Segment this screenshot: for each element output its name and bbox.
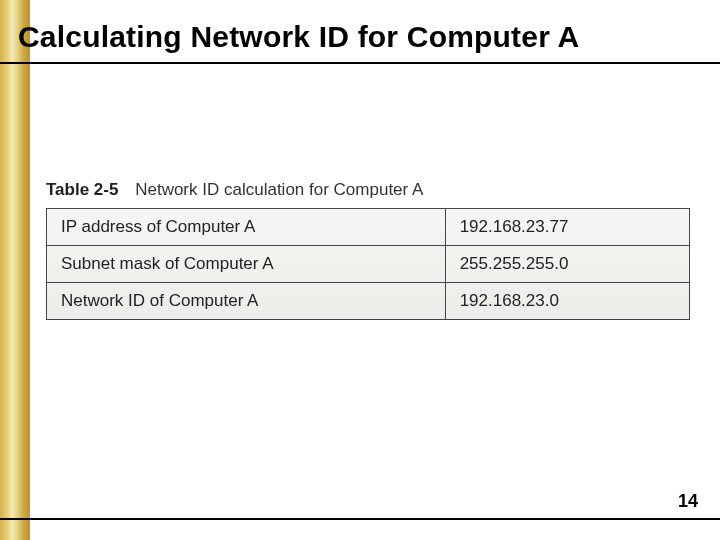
page-number: 14 [678, 491, 698, 512]
table-cell-value: 192.168.23.77 [445, 209, 689, 246]
page-title: Calculating Network ID for Computer A [18, 20, 710, 54]
table-cell-key: Network ID of Computer A [47, 283, 446, 320]
table-caption-text: Network ID calculation for Computer A [135, 180, 423, 199]
footer-rule [0, 518, 720, 520]
table-caption: Table 2-5 Network ID calculation for Com… [46, 180, 690, 200]
network-id-table: IP address of Computer A 192.168.23.77 S… [46, 208, 690, 320]
decorative-side-bar [0, 0, 30, 540]
table-row: Subnet mask of Computer A 255.255.255.0 [47, 246, 690, 283]
table-row: Network ID of Computer A 192.168.23.0 [47, 283, 690, 320]
table-cell-value: 255.255.255.0 [445, 246, 689, 283]
table-container: Table 2-5 Network ID calculation for Com… [46, 180, 690, 320]
table-cell-key: Subnet mask of Computer A [47, 246, 446, 283]
table-cell-key: IP address of Computer A [47, 209, 446, 246]
table-label: Table 2-5 [46, 180, 118, 199]
table-row: IP address of Computer A 192.168.23.77 [47, 209, 690, 246]
table-cell-value: 192.168.23.0 [445, 283, 689, 320]
title-rule [0, 62, 720, 64]
